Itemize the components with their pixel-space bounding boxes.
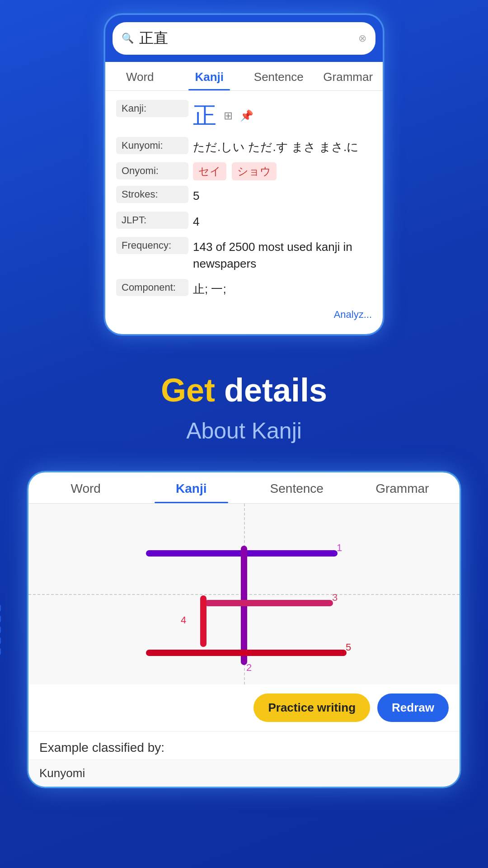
- bottom-tab-kanji[interactable]: Kanji: [139, 472, 244, 503]
- onyomi-tags: セイ ショウ: [193, 162, 280, 180]
- onyomi-label: Onyomi:: [116, 162, 188, 179]
- svg-text:1: 1: [337, 542, 342, 553]
- dot: [0, 637, 1, 644]
- component-row: Component: 止; 一;: [116, 279, 372, 299]
- kunyomi-value: ただ.しい ただ.す まさ まさ.に: [193, 137, 359, 157]
- example-section: Example classified by: Kunyomi: [28, 731, 460, 787]
- kunyomi-badge: Kunyomi: [28, 760, 460, 787]
- frequency-row: Frequency: 143 of 2500 most used kanji i…: [116, 237, 372, 274]
- kanji-content: Kanji: 正 ⊞ 📌 Kunyomi: ただ.しい ただ.す まさ まさ.に…: [105, 91, 383, 334]
- svg-text:5: 5: [346, 642, 351, 653]
- component-value: 止; 一;: [193, 279, 226, 299]
- bottom-phone-container: Word Kanji Sentence Grammar 1 2 3: [0, 471, 488, 788]
- jlpt-value: 4: [193, 212, 199, 231]
- tab-word[interactable]: Word: [105, 62, 175, 90]
- dot: [0, 616, 1, 622]
- subheadline: About Kanji: [18, 418, 470, 444]
- practice-writing-button[interactable]: Practice writing: [253, 693, 370, 722]
- kanji-char: 正: [193, 100, 216, 132]
- stroke-diagram: 1 2 3 5 4: [28, 504, 460, 684]
- strokes-row: Strokes: 5: [116, 186, 372, 206]
- kanji-label: Kanji:: [116, 100, 188, 117]
- onyomi-row: Onyomi: セイ ショウ: [116, 162, 372, 180]
- bottom-tabs-row: Word Kanji Sentence Grammar: [28, 472, 460, 504]
- tab-kanji[interactable]: Kanji: [175, 62, 244, 90]
- analyze-link[interactable]: Analyz...: [116, 304, 372, 321]
- headline-highlight: Get: [161, 372, 215, 408]
- top-phone-frame: 🔍 正直 ⊗ Word Kanji Sentence Grammar Kanji…: [104, 14, 384, 335]
- example-classified-label: Example classified by:: [28, 731, 460, 760]
- search-input[interactable]: 正直: [139, 28, 353, 48]
- pin-icon[interactable]: 📌: [240, 109, 253, 122]
- kunyomi-label: Kunyomi:: [116, 137, 188, 154]
- add-icon[interactable]: ⊞: [224, 109, 233, 122]
- dot: [0, 605, 1, 611]
- svg-text:4: 4: [181, 614, 186, 626]
- kanji-value-row: 正 ⊞ 📌: [193, 100, 253, 132]
- headline: Get details: [18, 372, 470, 409]
- top-tabs-row: Word Kanji Sentence Grammar: [105, 62, 383, 91]
- component-label: Component:: [116, 279, 188, 296]
- svg-text:3: 3: [332, 592, 338, 603]
- dot: [0, 627, 1, 633]
- middle-text-section: Get details About Kanji: [0, 335, 488, 471]
- search-bar[interactable]: 🔍 正直 ⊗: [113, 22, 375, 55]
- tab-grammar[interactable]: Grammar: [314, 62, 383, 90]
- bottom-tab-word[interactable]: Word: [33, 472, 139, 503]
- strokes-value: 5: [193, 186, 199, 206]
- decorative-dots: [0, 605, 1, 655]
- dot: [0, 648, 1, 655]
- kanji-row: Kanji: 正 ⊞ 📌: [116, 100, 372, 132]
- bottom-tab-grammar[interactable]: Grammar: [350, 472, 455, 503]
- kunyomi-row: Kunyomi: ただ.しい ただ.す まさ まさ.に: [116, 137, 372, 157]
- onyomi-tag-0: セイ: [193, 162, 226, 180]
- clear-icon[interactable]: ⊗: [358, 33, 366, 44]
- redraw-button[interactable]: Redraw: [377, 693, 449, 722]
- strokes-label: Strokes:: [116, 186, 188, 203]
- frequency-label: Frequency:: [116, 237, 188, 254]
- stroke-svg: 1 2 3 5 4: [28, 504, 460, 684]
- onyomi-tag-1: ショウ: [232, 162, 277, 180]
- frequency-value: 143 of 2500 most used kanji in newspaper…: [193, 237, 372, 274]
- jlpt-label: JLPT:: [116, 212, 188, 229]
- top-phone-mockup: 🔍 正直 ⊗ Word Kanji Sentence Grammar Kanji…: [104, 0, 384, 335]
- diagram-buttons: Practice writing Redraw: [28, 684, 460, 731]
- bottom-phone-frame: Word Kanji Sentence Grammar 1 2 3: [27, 471, 461, 788]
- tab-sentence[interactable]: Sentence: [244, 62, 314, 90]
- svg-text:2: 2: [246, 662, 252, 673]
- headline-rest: details: [215, 372, 327, 408]
- bottom-tab-sentence[interactable]: Sentence: [244, 472, 350, 503]
- search-icon: 🔍: [122, 33, 134, 44]
- jlpt-row: JLPT: 4: [116, 212, 372, 231]
